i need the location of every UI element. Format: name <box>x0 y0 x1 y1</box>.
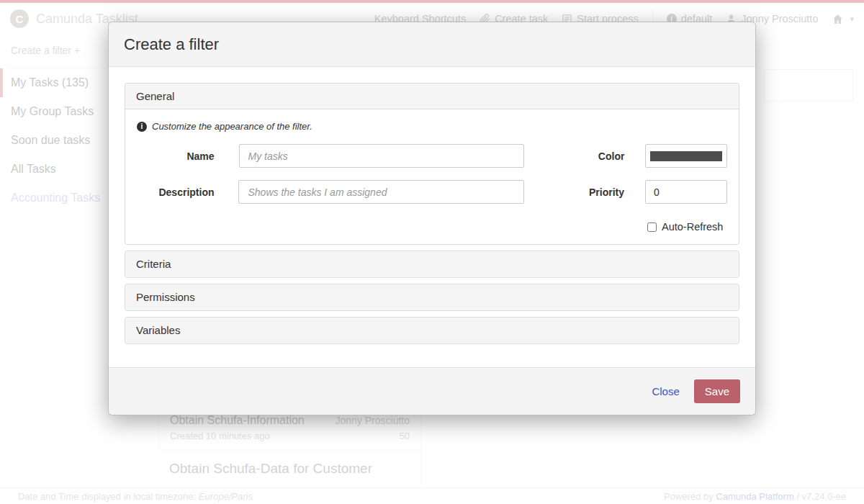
name-label: Name <box>137 150 215 162</box>
info-icon: i <box>137 122 147 132</box>
general-section-body: i Customize the appearance of the filter… <box>125 109 739 244</box>
modal-body: General i Customize the appearance of th… <box>109 67 755 367</box>
color-label: Color <box>524 150 624 162</box>
criteria-section-header[interactable]: Criteria <box>125 251 739 277</box>
create-filter-modal: Create a filter General i Customize the … <box>108 22 756 415</box>
general-hint: i Customize the appearance of the filter… <box>137 121 727 132</box>
criteria-panel: Criteria <box>125 251 739 278</box>
modal-title: Create a filter <box>124 35 219 54</box>
auto-refresh-label: Auto-Refresh <box>662 221 723 233</box>
permissions-section-header[interactable]: Permissions <box>125 284 739 310</box>
auto-refresh-checkbox[interactable] <box>647 222 657 232</box>
hint-text: Customize the appearance of the filter. <box>152 121 312 132</box>
priority-label: Priority <box>524 186 624 198</box>
variables-panel: Variables <box>125 317 739 344</box>
color-swatch <box>650 151 722 161</box>
permissions-panel: Permissions <box>125 284 739 311</box>
variables-section-header[interactable]: Variables <box>125 318 739 343</box>
modal-header: Create a filter <box>109 22 755 67</box>
description-label: Description <box>137 186 214 198</box>
color-input[interactable] <box>645 144 727 168</box>
name-input[interactable] <box>239 144 524 168</box>
modal-footer: Close Save <box>109 367 755 415</box>
app-screen: C Camunda Tasklist Keyboard Shortcuts Cr… <box>0 0 864 504</box>
general-panel: General i Customize the appearance of th… <box>125 83 739 245</box>
priority-input[interactable] <box>645 180 727 204</box>
save-button[interactable]: Save <box>694 379 740 403</box>
general-section-header[interactable]: General <box>125 84 739 109</box>
auto-refresh-row: Auto-Refresh <box>647 221 727 233</box>
close-button[interactable]: Close <box>652 385 679 397</box>
description-input[interactable] <box>238 180 523 204</box>
